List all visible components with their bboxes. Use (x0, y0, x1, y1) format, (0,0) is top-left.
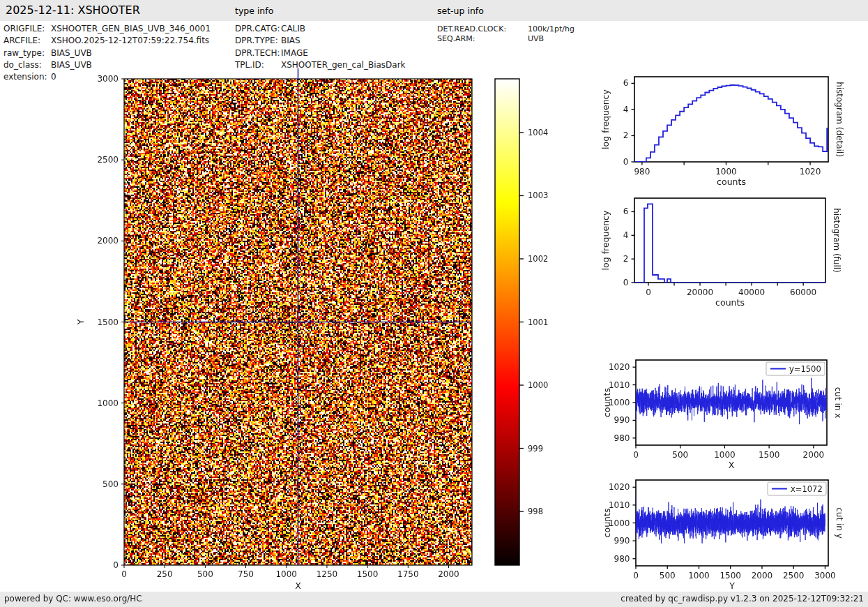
y-tick-label: 6 (623, 78, 629, 88)
y-tick-label: 1010 (609, 500, 630, 510)
setup-info-row: SEQ.ARM:UVB (437, 34, 475, 43)
y-tick-label: 3000 (97, 74, 119, 84)
axes-frame (634, 77, 828, 162)
y-tick-label: 1500 (97, 317, 119, 327)
colorbar-tick-label: 1004 (528, 128, 548, 137)
setup-info-section-label: set-up info (437, 6, 484, 16)
colorbar-tick-label: 1003 (528, 190, 548, 200)
x-tick-label: 1500 (759, 450, 780, 460)
x-tick-label: 3000 (814, 571, 836, 580)
y-tick-label: 980 (614, 433, 630, 443)
legend-box (766, 362, 825, 375)
x-tick-label: 1500 (719, 571, 741, 580)
y-tick-label: 1000 (609, 398, 630, 407)
meta-label: extension: (3, 72, 47, 82)
y-tick-label: 1010 (609, 380, 630, 390)
x-axis-label: counts (715, 297, 745, 308)
file-info-row: extension:0 (3, 72, 47, 82)
colorbar: 99899910001001100210031004 (495, 79, 548, 565)
colorbar-tick-label: 998 (528, 507, 543, 516)
y-axis-label: log frequency (600, 89, 611, 149)
y-axis-label: counts (602, 388, 612, 417)
footer-credit-right: created by qc_rawdisp.py v1.2.3 on 2025-… (620, 594, 864, 604)
page-title: 2025-12-11: XSHOOTER (6, 3, 140, 17)
colorbar-tick-label: 1001 (528, 317, 548, 327)
histogram-detail: 980100010200246countslog frequencyhistog… (600, 77, 844, 187)
x-axis-label: counts (717, 177, 746, 187)
y-tick-label: 4 (623, 105, 629, 114)
legend-label: x=1072 (791, 484, 823, 494)
x-axis-label: X (295, 580, 301, 591)
y-axis-label: Y (75, 319, 86, 325)
legend-box (768, 482, 826, 495)
x-tick-label: 0 (633, 571, 639, 580)
y-tick-label: 1000 (97, 398, 119, 408)
meta-value: XSHOOTER_gen_cal_BiasDark (281, 60, 406, 70)
meta-label: TPL.ID: (235, 60, 264, 70)
x-tick-label: 2000 (438, 569, 459, 579)
y-tick-label: 1000 (609, 518, 630, 528)
colorbar-tick-label: 999 (528, 444, 543, 454)
x-tick-label: 1020 (800, 167, 821, 177)
colorbar-tick-label: 1000 (528, 380, 548, 390)
type-info-section-label: type info (235, 6, 273, 16)
meta-label: ORIGFILE: (3, 24, 45, 33)
y-tick-label: 0 (623, 278, 629, 287)
type-info-row: TPL.ID:XSHOOTER_gen_cal_BiasDark (235, 60, 264, 70)
right-axis-label: cut in y (835, 507, 844, 539)
x-tick-label: 250 (157, 569, 173, 579)
cut-in-y: 0500100015002000250030009809901000101010… (602, 480, 844, 591)
meta-value: 100k/1pt/hg (528, 24, 574, 33)
meta-label: SEQ.ARM: (437, 34, 475, 43)
cut-line (636, 495, 825, 544)
x-tick-label: 0 (646, 287, 651, 297)
type-info-row: DPR.TYPE:BIAS (235, 36, 278, 45)
x-tick-label: 1000 (688, 571, 710, 580)
meta-value: XSHOOTER_GEN_BIAS_UVB_346_0001 (51, 24, 211, 33)
file-info-row: raw_type:BIAS_UVB (3, 48, 45, 58)
x-tick-label: 60000 (790, 287, 816, 297)
y-tick-label: 990 (614, 536, 630, 546)
right-axis-label: histogram (detail) (835, 82, 844, 157)
colorbar-tick-label: 1002 (528, 254, 548, 264)
x-tick-label: 2000 (752, 571, 773, 580)
axes-frame (634, 198, 825, 283)
file-info-row: ARCFILE:XSHOO.2025-12-12T07:59:22.754.fi… (3, 36, 40, 45)
type-info-row: DPR.CATG:CALIB (235, 24, 280, 33)
x-tick-label: 1000 (715, 167, 737, 177)
bias-frame-image (124, 79, 472, 565)
legend-label: y=1500 (789, 364, 821, 374)
colorbar-frame (495, 79, 519, 565)
cut-in-x: 0500100015002000980990100010101020Xcount… (602, 360, 843, 470)
x-tick-label: 1750 (397, 569, 419, 579)
meta-label: DET.READ.CLOCK: (437, 24, 506, 33)
y-tick-label: 990 (614, 415, 630, 425)
setup-info-row: DET.READ.CLOCK:100k/1pt/hg (437, 24, 506, 33)
colorbar-gradient (495, 79, 519, 565)
right-axis-label: histogram (full) (832, 208, 842, 273)
meta-value: XSHOO.2025-12-12T07:59:22.754.fits (51, 36, 209, 45)
meta-label: DPR.TECH: (235, 48, 280, 58)
y-tick-label: 1020 (609, 482, 630, 492)
x-tick-label: 1500 (357, 569, 379, 579)
meta-label: DPR.CATG: (235, 24, 280, 33)
y-tick-label: 0 (623, 157, 629, 167)
x-tick-label: 500 (197, 569, 213, 579)
axes-frame (636, 480, 828, 566)
x-tick-label: 500 (672, 450, 688, 460)
y-tick-label: 500 (102, 479, 119, 489)
file-info-row: ORIGFILE:XSHOOTER_GEN_BIAS_UVB_346_0001 (3, 24, 45, 33)
legend: x=1072 (768, 482, 826, 495)
y-tick-label: 6 (623, 207, 629, 216)
y-tick-label: 2500 (97, 155, 119, 165)
y-tick-label: 4 (623, 230, 629, 240)
meta-label: do_class: (3, 60, 42, 70)
axes-frame (636, 360, 827, 445)
meta-label: ARCFILE: (3, 36, 40, 45)
histogram-step-line (634, 85, 831, 162)
meta-value: CALIB (281, 24, 305, 33)
y-tick-label: 2000 (97, 236, 119, 246)
y-tick-label: 2 (623, 130, 629, 140)
x-tick-label: 1000 (275, 569, 297, 579)
x-tick-label: 2000 (803, 450, 825, 460)
